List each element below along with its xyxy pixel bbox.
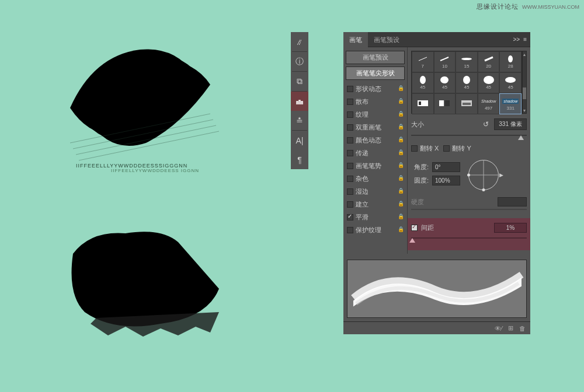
side-toolbar: ⫽ ⓘ ⧉ ≛ A| ¶	[291, 32, 308, 169]
brush-cell[interactable]	[456, 93, 478, 114]
option-checkbox[interactable]	[347, 99, 353, 105]
option-checkbox[interactable]	[347, 124, 353, 131]
option-checkbox[interactable]	[347, 150, 353, 156]
menu-icon[interactable]: ≡	[523, 36, 527, 43]
tip-shape-button[interactable]: 画笔笔尖形状	[346, 66, 405, 80]
lock-icon[interactable]: 🔒	[398, 214, 404, 220]
option-label: 传递	[356, 149, 395, 158]
panel-footer: 👁⁄ ⊞ 🗑	[343, 321, 530, 334]
option-10[interactable]: 平滑🔒	[346, 211, 405, 223]
layers-tool[interactable]: ⧉	[291, 72, 308, 91]
svg-rect-12	[445, 100, 450, 106]
adjust-tool[interactable]: ≛	[291, 111, 308, 130]
brush-cell[interactable]: 28	[499, 51, 522, 72]
lock-icon[interactable]: 🔒	[398, 98, 404, 105]
lock-icon[interactable]: 🔒	[398, 175, 404, 182]
size-value[interactable]: 331 像素	[494, 118, 527, 130]
lock-icon[interactable]: 🔒	[398, 124, 404, 131]
svg-point-2	[461, 58, 472, 60]
scroll-thumb[interactable]	[523, 88, 526, 99]
option-1[interactable]: 散布🔒	[346, 95, 405, 108]
brush-settings: 7101520284545454545Shadow497shadow331 ▲ …	[408, 47, 530, 254]
toggle-preview-icon[interactable]: 👁⁄	[495, 325, 502, 332]
option-checkbox[interactable]	[347, 163, 353, 169]
delete-icon[interactable]: 🗑	[519, 325, 526, 332]
option-checkbox[interactable]	[347, 188, 353, 195]
option-5[interactable]: 传递🔒	[346, 146, 405, 159]
svg-rect-11	[439, 100, 444, 106]
text-tool[interactable]: A|	[291, 131, 308, 150]
option-8[interactable]: 湿边🔒	[346, 185, 405, 198]
brush-tool[interactable]	[291, 92, 308, 111]
option-6[interactable]: 画笔笔势🔒	[346, 159, 405, 172]
preset-button[interactable]: 画笔预设	[346, 51, 405, 64]
lock-icon[interactable]: 🔒	[398, 111, 404, 118]
brush-cell[interactable]: Shadow497	[478, 93, 500, 114]
spacing-label: 间距	[421, 223, 434, 232]
option-3[interactable]: 双重画笔🔒	[346, 121, 405, 134]
option-checkbox[interactable]	[347, 214, 353, 220]
flip-x-checkbox[interactable]	[411, 145, 418, 152]
brush-cell[interactable]: 45	[412, 72, 434, 93]
hardness-value	[498, 197, 527, 206]
info-tool[interactable]: ⓘ	[291, 52, 308, 71]
svg-rect-10	[419, 102, 421, 105]
option-11[interactable]: 保护纹理🔒	[346, 223, 405, 236]
option-label: 双重画笔	[356, 123, 395, 132]
watermark: 思缘设计论坛WWW.MISSYUAN.COM	[477, 2, 579, 11]
collapse-icon[interactable]: >>	[513, 36, 520, 43]
option-checkbox[interactable]	[347, 137, 353, 144]
paragraph-tool[interactable]: ¶	[291, 150, 308, 169]
brush-cell[interactable]: 45	[434, 72, 456, 93]
brush-cell[interactable]: 10	[434, 51, 456, 72]
lock-icon[interactable]: 🔒	[398, 188, 404, 195]
option-9[interactable]: 建立🔒	[346, 198, 405, 211]
option-4[interactable]: 颜色动态🔒	[346, 134, 405, 146]
lock-icon[interactable]: 🔒	[398, 162, 404, 169]
brush-cell[interactable]: 45	[478, 72, 500, 93]
brush-cell[interactable]: shadow331	[499, 93, 522, 114]
new-preset-icon[interactable]: ⊞	[508, 324, 513, 332]
lock-icon[interactable]: 🔒	[398, 149, 404, 156]
tab-brush[interactable]: 画笔	[343, 32, 368, 47]
svg-point-5	[440, 76, 449, 83]
lock-icon[interactable]: 🔒	[398, 201, 404, 208]
scroll-up-icon[interactable]: ▲	[523, 51, 526, 57]
brush-cell[interactable]: 7	[412, 51, 434, 72]
option-7[interactable]: 杂色🔒	[346, 172, 405, 185]
brush-cell[interactable]: 45	[499, 72, 522, 93]
roundness-input[interactable]	[432, 176, 460, 186]
brush-cell[interactable]: 20	[478, 51, 500, 72]
lock-icon[interactable]: 🔒	[398, 85, 404, 92]
size-slider[interactable]	[411, 132, 527, 141]
lock-icon[interactable]: 🔒	[398, 136, 404, 144]
option-checkbox[interactable]	[347, 111, 353, 118]
option-checkbox[interactable]	[347, 176, 353, 182]
angle-input[interactable]	[432, 162, 460, 172]
brush-cell[interactable]: 15	[456, 51, 478, 72]
brush-grid-scrollbar[interactable]: ▲ ▼	[522, 51, 527, 114]
option-0[interactable]: 形状动态🔒	[346, 82, 405, 95]
option-checkbox[interactable]	[347, 201, 353, 208]
brush-cell[interactable]	[412, 93, 434, 114]
brush-icon	[295, 97, 304, 106]
spacing-block: ✓ 间距 1%	[408, 218, 530, 250]
option-checkbox[interactable]	[347, 86, 353, 92]
scroll-down-icon[interactable]: ▼	[523, 107, 526, 113]
option-2[interactable]: 纹理🔒	[346, 108, 405, 121]
option-label: 平滑	[356, 213, 395, 222]
brush-cell[interactable]	[434, 93, 456, 114]
brush-cell[interactable]: 45	[456, 72, 478, 93]
reset-size-icon[interactable]: ↺	[481, 120, 491, 129]
option-label: 纹理	[356, 110, 395, 119]
angle-widget[interactable]: ▶	[465, 156, 502, 194]
spacing-value[interactable]: 1%	[494, 223, 527, 233]
option-label: 杂色	[356, 174, 395, 183]
option-checkbox[interactable]	[347, 227, 353, 233]
spacing-slider[interactable]	[411, 235, 527, 243]
lock-icon[interactable]: 🔒	[398, 226, 404, 233]
tab-preset[interactable]: 画笔预设	[368, 32, 405, 47]
align-tool[interactable]: ⫽	[291, 32, 308, 51]
spacing-checkbox[interactable]: ✓	[411, 225, 418, 231]
flip-y-checkbox[interactable]	[443, 145, 450, 152]
